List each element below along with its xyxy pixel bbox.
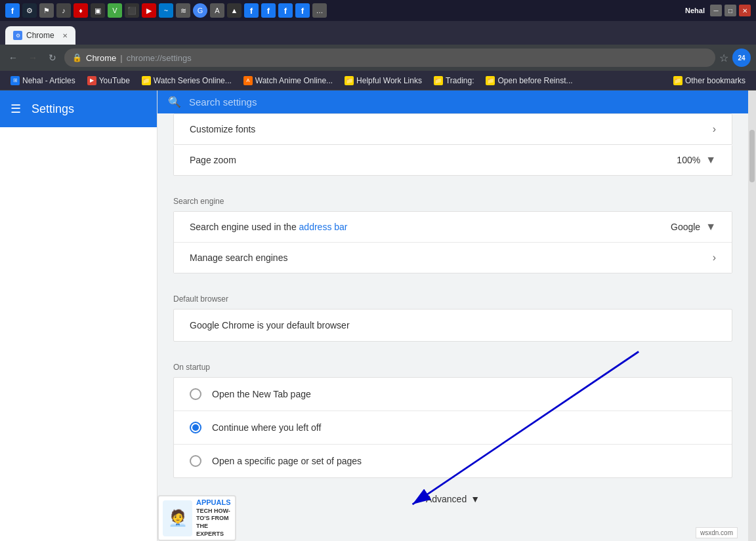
page-zoom-arrow: ▼ — [705, 154, 716, 166]
bookmark-youtube[interactable]: ▶ YouTube — [82, 73, 135, 88]
startup-radio-group: Open the New Tab page Continue where you… — [173, 377, 732, 478]
settings-sidebar: ☰ Settings — [0, 90, 158, 541]
address-bar: ← → ↻ 🔒 Chrome | chrome://settings ☆ 24 — [0, 45, 756, 71]
bookmark-label: Watch Series Online... — [154, 76, 232, 85]
fb-taskbar-icon[interactable]: f — [5, 3, 20, 18]
default-browser-card: Google Chrome is your default browser — [173, 309, 732, 342]
profile-button[interactable]: 24 — [732, 49, 751, 67]
radio-inner — [192, 424, 199, 431]
series-favicon: 📁 — [142, 76, 151, 85]
address-input-wrapper[interactable]: 🔒 Chrome | chrome://settings — [64, 49, 715, 67]
search-engine-value: Google — [671, 222, 700, 232]
forward-button[interactable]: → — [25, 50, 41, 66]
scrollbar-thumb[interactable] — [749, 130, 755, 182]
hamburger-icon[interactable]: ☰ — [10, 102, 21, 116]
startup-option-specific[interactable]: Open a specific page or set of pages — [174, 445, 732, 477]
bookmark-label: Helpful Work Links — [356, 76, 422, 85]
other-taskbar-icon10[interactable]: ▲ — [227, 3, 242, 18]
bookmark-label: Open before Reinst... — [497, 76, 572, 85]
address-bar-link[interactable]: address bar — [299, 222, 348, 232]
minimize-button[interactable]: ─ — [710, 5, 722, 16]
bookmark-open-before[interactable]: 📁 Open before Reinst... — [480, 73, 578, 88]
other-taskbar-icon5[interactable]: V — [108, 3, 122, 18]
bookmark-label: Trading: — [446, 76, 474, 85]
appuals-text: APPUALS TECH HOW-TO'S FROM THE EXPERTS — [196, 498, 231, 538]
content-area: Customize fonts › Page zoom 100% ▼ — [158, 113, 748, 541]
title-bar-right: Nehal ─ □ ✕ — [685, 5, 751, 16]
window-controls: ─ □ ✕ — [710, 5, 751, 16]
other-taskbar-icon7[interactable]: ~ — [159, 3, 173, 18]
close-button[interactable]: ✕ — [739, 5, 751, 16]
tab-bar: ⚙ Chrome ✕ — [0, 21, 756, 45]
other-taskbar-icon8[interactable]: ≋ — [176, 3, 190, 18]
tab-close-icon[interactable]: ✕ — [62, 32, 68, 39]
fb-taskbar-icon5[interactable]: f — [295, 3, 310, 18]
search-bar: 🔍 — [158, 90, 748, 113]
page-zoom-label: Page zoom — [190, 155, 236, 165]
user-name: Nehal — [685, 7, 705, 14]
bookmark-label: YouTube — [99, 76, 130, 85]
bookmark-windows[interactable]: ⊞ Nehal - Articles — [5, 73, 81, 88]
other-taskbar-icon9[interactable]: A — [210, 3, 224, 18]
search-engine-card: Search engine used in the address bar Go… — [173, 211, 732, 273]
title-bar-left: f ⚙ ⚑ ♪ ♦ ▣ V ⬛ ▶ ~ ≋ G A ▲ f f f f … — [5, 3, 327, 18]
steam-taskbar-icon[interactable]: ⚙ — [22, 3, 37, 18]
startup-option-newtab[interactable]: Open the New Tab page — [174, 378, 732, 411]
customize-fonts-row[interactable]: Customize fonts › — [174, 114, 732, 144]
bookmark-label: Nehal - Articles — [22, 76, 75, 85]
appuals-name: APPUALS — [196, 498, 231, 507]
scrollbar[interactable] — [748, 90, 756, 541]
other-taskbar-icon6[interactable]: ⬛ — [125, 3, 139, 18]
other-favicon: 📁 — [673, 76, 682, 85]
bookmark-star-icon[interactable]: ☆ — [719, 52, 728, 64]
open-favicon: 📁 — [486, 76, 495, 85]
other-taskbar-icon3[interactable]: ♦ — [74, 3, 88, 18]
radio-specific-label: Open a specific page or set of pages — [212, 456, 362, 466]
bookmark-label: Watch Anime Online... — [255, 76, 333, 85]
other-taskbar-icon1[interactable]: ⚑ — [39, 3, 54, 18]
radio-specific[interactable] — [190, 455, 201, 467]
helpful-favicon: 📁 — [345, 76, 354, 85]
advanced-button[interactable]: Advanced ▼ — [158, 483, 748, 515]
google-taskbar-icon[interactable]: G — [193, 3, 207, 18]
tab-favicon: ⚙ — [13, 31, 22, 40]
reload-button[interactable]: ↻ — [45, 50, 60, 66]
startup-option-continue[interactable]: Continue where you left off — [174, 411, 732, 445]
windows-favicon: ⊞ — [10, 76, 20, 85]
settings-tab[interactable]: ⚙ Chrome ✕ — [5, 26, 75, 45]
bookmark-series[interactable]: 📁 Watch Series Online... — [136, 73, 237, 88]
other-taskbar-icon2[interactable]: ♪ — [56, 3, 71, 18]
maximize-button[interactable]: □ — [724, 5, 736, 16]
page-zoom-row[interactable]: Page zoom 100% ▼ — [174, 145, 732, 175]
fb-taskbar-icon3[interactable]: f — [261, 3, 276, 18]
radio-newtab[interactable] — [190, 388, 201, 400]
search-engine-control[interactable]: Google ▼ — [671, 221, 716, 233]
search-engine-row[interactable]: Search engine used in the address bar Go… — [174, 212, 732, 243]
bookmark-trading[interactable]: 📁 Trading: — [429, 73, 480, 88]
manage-search-engines-row[interactable]: Manage search engines › — [174, 243, 732, 273]
radio-continue[interactable] — [190, 422, 201, 433]
other-taskbar-icon4[interactable]: ▣ — [91, 3, 105, 18]
advanced-icon: ▼ — [471, 494, 480, 504]
fb-taskbar-icon2[interactable]: f — [244, 3, 259, 18]
page-zoom-control[interactable]: 100% ▼ — [677, 154, 716, 166]
search-icon: 🔍 — [168, 96, 181, 108]
page-zoom-value: 100% — [677, 155, 700, 165]
taskbar-icon-extra[interactable]: … — [312, 3, 327, 18]
back-button[interactable]: ← — [5, 50, 21, 66]
address-site-name: Chrome — [86, 53, 116, 63]
lock-icon: 🔒 — [72, 53, 82, 62]
fb-taskbar-icon4[interactable]: f — [278, 3, 293, 18]
youtube-favicon: ▶ — [87, 76, 96, 85]
radio-newtab-label: Open the New Tab page — [212, 389, 311, 399]
bookmark-other[interactable]: 📁 Other bookmarks — [668, 73, 751, 88]
appuals-tagline: TECH HOW-TO'S FROM THE EXPERTS — [196, 508, 231, 538]
search-input[interactable] — [189, 96, 738, 108]
address-url: chrome://settings — [127, 53, 192, 63]
bookmark-anime[interactable]: A Watch Anime Online... — [238, 73, 338, 88]
customize-fonts-label: Customize fonts — [190, 124, 255, 134]
advanced-label: Advanced — [426, 494, 467, 504]
sidebar-header: ☰ Settings — [0, 90, 157, 127]
youtube-taskbar-icon[interactable]: ▶ — [142, 3, 156, 18]
bookmark-helpful[interactable]: 📁 Helpful Work Links — [339, 73, 427, 88]
